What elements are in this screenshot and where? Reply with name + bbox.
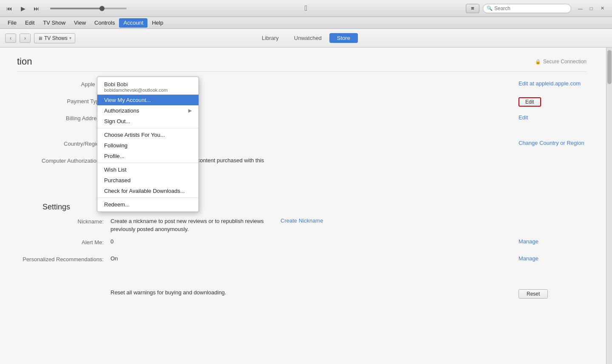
- dropdown-item-label: Profile...: [104, 153, 125, 159]
- dropdown-email: bobidamchevski@outlook.com: [104, 87, 192, 93]
- dropdown-separator-1: [97, 128, 198, 128]
- forward-icon: ›: [24, 35, 26, 41]
- progress-fill: [50, 8, 104, 9]
- tab-library[interactable]: Library: [254, 33, 286, 43]
- dropdown-item-check-downloads[interactable]: Check for Available Downloads...: [97, 186, 198, 196]
- dropdown-item-following[interactable]: Following: [97, 140, 198, 151]
- window-controls: — □ ✕: [575, 4, 608, 13]
- forward-button[interactable]: ›: [20, 34, 31, 43]
- tab-store[interactable]: Store: [329, 33, 358, 43]
- location-bar: 🖥 TV Shows ▾: [34, 33, 75, 43]
- minimize-button[interactable]: —: [575, 4, 586, 13]
- list-view-button[interactable]: ≡: [466, 4, 479, 13]
- search-icon: 🔍: [487, 6, 493, 11]
- dropdown-item-label: Choose Artists For You...: [104, 132, 165, 138]
- search-input[interactable]: [494, 6, 567, 11]
- location-text: TV Shows: [44, 35, 68, 41]
- search-box: 🔍: [483, 4, 571, 13]
- account-dropdown-menu: Bobi Bobi bobidamchevski@outlook.com Vie…: [97, 76, 199, 212]
- back-button[interactable]: ‹: [5, 34, 16, 43]
- dropdown-item-wish-list[interactable]: Wish List: [97, 164, 198, 175]
- maximize-button[interactable]: □: [586, 4, 597, 13]
- submenu-arrow-icon: ▶: [188, 108, 192, 113]
- dropdown-item-label: Sign Out...: [104, 118, 130, 124]
- menu-tvshow[interactable]: TV Show: [39, 18, 70, 28]
- dropdown-user-info: Bobi Bobi bobidamchevski@outlook.com: [97, 79, 198, 95]
- dropdown-item-label: Purchased: [104, 177, 130, 183]
- toolbar-row: ‹ › 🖥 TV Shows ▾ Library Unwatched Store: [0, 29, 612, 48]
- list-view-icon: ≡: [471, 5, 474, 11]
- transport-controls: ⏮ ▶ ⏭: [4, 3, 132, 14]
- dropdown-item-label: View My Account...: [104, 97, 151, 103]
- dropdown-item-label: Wish List: [104, 166, 127, 173]
- dropdown-item-choose-artists[interactable]: Choose Artists For You...: [97, 130, 198, 140]
- progress-thumb: [99, 6, 105, 11]
- menu-account[interactable]: Account: [119, 18, 147, 28]
- location-arrow-icon: ▾: [69, 36, 71, 40]
- dropdown-item-redeem[interactable]: Redeem...: [97, 199, 198, 210]
- fastforward-icon: ⏭: [34, 5, 40, 12]
- menu-help[interactable]: Help: [147, 18, 167, 28]
- dropdown-item-authorizations[interactable]: Authorizations ▶: [97, 105, 198, 116]
- dropdown-item-label: Redeem...: [104, 201, 130, 208]
- dropdown-item-label: Following: [104, 142, 128, 149]
- progress-bar[interactable]: [50, 8, 127, 9]
- tab-unwatched[interactable]: Unwatched: [286, 33, 329, 43]
- menu-controls[interactable]: Controls: [90, 18, 119, 28]
- dropdown-item-profile[interactable]: Profile...: [97, 151, 198, 161]
- play-icon: ▶: [21, 5, 26, 12]
- dropdown-item-purchased[interactable]: Purchased: [97, 175, 198, 186]
- play-button[interactable]: ▶: [18, 3, 28, 14]
- dropdown-item-view-account[interactable]: View My Account...: [97, 95, 198, 105]
- fastforward-button[interactable]: ⏭: [31, 3, 42, 14]
- rewind-icon: ⏮: [6, 5, 12, 12]
- title-bar-right: ≡ 🔍 — □ ✕: [466, 4, 608, 13]
- title-bar: ⏮ ▶ ⏭  ≡ 🔍 — □ ✕: [0, 0, 612, 17]
- dropdown-username: Bobi Bobi: [104, 81, 192, 87]
- rewind-button[interactable]: ⏮: [4, 3, 14, 14]
- main-content: tion 🔒 Secure Connection Apple ID: Edit …: [0, 48, 612, 364]
- close-button[interactable]: ✕: [597, 4, 608, 13]
- menu-bar: File Edit TV Show View Controls Account …: [0, 17, 612, 29]
- dropdown-overlay: Bobi Bobi bobidamchevski@outlook.com Vie…: [0, 48, 612, 364]
- dropdown-item-label: Authorizations: [104, 107, 139, 114]
- dropdown-item-label: Check for Available Downloads...: [104, 188, 185, 194]
- dropdown-separator-3: [97, 198, 198, 198]
- dropdown-item-sign-out[interactable]: Sign Out...: [97, 116, 198, 127]
- tab-strip: Library Unwatched Store: [254, 33, 358, 43]
- menu-view[interactable]: View: [70, 18, 90, 28]
- apple-logo: : [305, 4, 308, 13]
- tv-icon: 🖥: [38, 36, 42, 41]
- dropdown-separator-2: [97, 163, 198, 163]
- back-icon: ‹: [10, 35, 11, 41]
- menu-edit[interactable]: Edit: [21, 18, 39, 28]
- menu-file[interactable]: File: [3, 18, 21, 28]
